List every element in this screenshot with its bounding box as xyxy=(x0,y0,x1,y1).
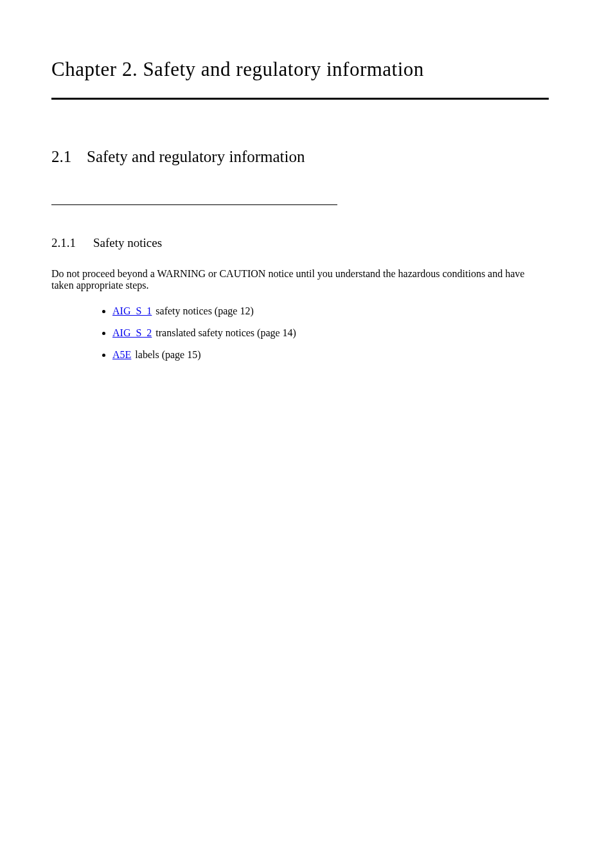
reference-text: labels (page 15) xyxy=(135,349,200,360)
section-heading-1: 2.1Safety and regulatory information xyxy=(51,148,549,166)
reference-text: safety notices (page 12) xyxy=(155,305,253,316)
reference-list-item: AIG_S_1safety notices (page 12) xyxy=(112,305,549,317)
section-heading-2: 2.1.1Safety notices xyxy=(51,236,549,250)
reference-text: translated safety notices (page 14) xyxy=(155,327,296,338)
section-title-2: Safety notices xyxy=(93,236,162,249)
reference-list-item: A5Elabels (page 15) xyxy=(112,349,549,361)
title-horizontal-rule xyxy=(51,98,549,100)
section-number-1: 2.1 xyxy=(51,148,87,166)
chapter-title: Chapter 2. Safety and regulatory informa… xyxy=(51,58,549,81)
reference-list: AIG_S_1safety notices (page 12) AIG_S_2t… xyxy=(112,305,549,361)
reference-link[interactable]: AIG_S_2 xyxy=(112,327,152,338)
reference-link[interactable]: A5E xyxy=(112,349,131,360)
body-paragraph: Do not proceed beyond a WARNING or CAUTI… xyxy=(51,268,549,291)
section-number-2: 2.1.1 xyxy=(51,236,93,250)
reference-list-item: AIG_S_2translated safety notices (page 1… xyxy=(112,327,549,339)
section-title-1: Safety and regulatory information xyxy=(87,148,305,165)
section-horizontal-rule xyxy=(51,204,337,205)
reference-link[interactable]: AIG_S_1 xyxy=(112,305,152,316)
